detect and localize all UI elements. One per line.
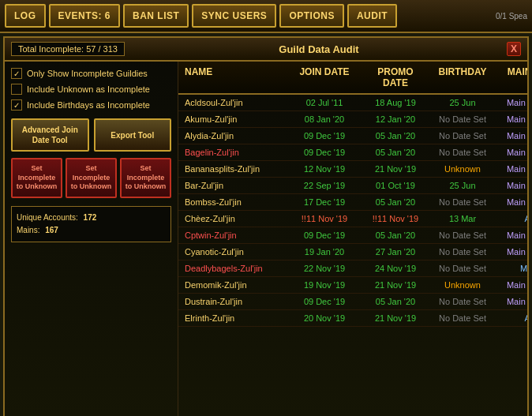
table-row[interactable]: Acldsoul-Zul'jin 02 Jul '11 18 Aug '19 2… — [178, 95, 527, 111]
cell-name: Chèez-Zul'jin — [178, 212, 289, 225]
table-row[interactable]: Bar-Zul'jin 22 Sep '19 01 Oct '19 25 Jun… — [178, 178, 527, 194]
table-row[interactable]: Bombss-Zul'jin 17 Dec '19 05 Jan '20 No … — [178, 194, 527, 211]
cell-join-date: 09 Dec '19 — [289, 146, 360, 159]
cell-birthday: No Date Set — [431, 262, 494, 275]
cell-birthday: No Date Set — [431, 245, 494, 258]
cell-main-alt: Main or Alt? — [494, 113, 527, 126]
cell-birthday: No Date Set — [431, 129, 494, 142]
cell-birthday: No Date Set — [431, 113, 494, 126]
table-area: NAME JOIN DATE PROMO DATE BIRTHDAY MAIN/… — [178, 62, 527, 416]
cell-birthday: No Date Set — [431, 146, 494, 159]
table-header: NAME JOIN DATE PROMO DATE BIRTHDAY MAIN/… — [178, 62, 527, 95]
table-row[interactable]: Alydia-Zul'jin 09 Dec '19 05 Jan '20 No … — [178, 128, 527, 144]
cell-promo-date: 18 Aug '19 — [360, 96, 431, 109]
cell-name: Deadlybagels-Zul'jin — [178, 262, 289, 275]
cell-main-alt: Main — [494, 262, 527, 275]
cell-main-alt: Main or Alt? — [494, 146, 527, 159]
cell-join-date: 20 Nov '19 — [289, 312, 360, 324]
cell-name: Bagelin-Zul'jin — [178, 146, 289, 159]
cell-promo-date: 27 Jan '20 — [360, 245, 431, 258]
events-button[interactable]: EVENTS: 6 — [49, 4, 121, 28]
sync-users-button[interactable]: SYNC USERS — [192, 4, 276, 28]
cell-name: Akumu-Zul'jin — [178, 113, 289, 126]
cell-join-date: 22 Sep '19 — [289, 179, 360, 192]
close-button[interactable]: X — [507, 42, 521, 56]
cell-join-date: 02 Jul '11 — [289, 96, 360, 109]
cell-main-alt: Alt — [494, 212, 527, 225]
table-row[interactable]: Demomik-Zul'jin 19 Nov '19 21 Nov '19 Un… — [178, 277, 527, 294]
mains-label: Mains: 167 — [17, 224, 166, 237]
cell-promo-date: 01 Oct '19 — [360, 179, 431, 192]
cell-birthday: Unknown — [431, 163, 494, 175]
main-panel: Total Incomplete: 57 / 313 Guild Data Au… — [3, 36, 529, 416]
cell-join-date: !!11 Nov '19 — [289, 212, 360, 225]
set-incomplete-2-button[interactable]: Set Incomplete to Unknown — [66, 158, 117, 198]
log-button[interactable]: LOG — [5, 4, 46, 28]
cell-main-alt: Main or Alt? — [494, 279, 527, 291]
cell-join-date: 09 Dec '19 — [289, 129, 360, 142]
table-row[interactable]: Bananasplits-Zul'jin 12 Nov '19 21 Nov '… — [178, 161, 527, 178]
cell-birthday: No Date Set — [431, 196, 494, 208]
table-row[interactable]: Deadlybagels-Zul'jin 22 Nov '19 24 Nov '… — [178, 260, 527, 277]
cell-promo-date: 05 Jan '20 — [360, 229, 431, 242]
cell-name: Cptwin-Zul'jin — [178, 229, 289, 242]
cell-main-alt: Main or Alt? — [494, 179, 527, 192]
table-row[interactable]: Cptwin-Zul'jin 09 Dec '19 05 Jan '20 No … — [178, 227, 527, 244]
options-button[interactable]: OPTIONS — [279, 4, 344, 28]
checkbox-include-birthdays-label: Include Birthdays as Incomplete — [27, 100, 150, 110]
checkbox-include-unknown-box[interactable] — [11, 84, 22, 95]
cell-promo-date: 05 Jan '20 — [360, 129, 431, 142]
top-right-info: 0/1 Spea — [496, 12, 527, 21]
cell-main-alt: Main or Alt? — [494, 96, 527, 109]
cell-join-date: 19 Jan '20 — [289, 245, 360, 258]
export-tool-button[interactable]: Export Tool — [94, 118, 172, 152]
advanced-join-date-tool-button[interactable]: Advanced Join Date Tool — [11, 118, 89, 152]
checkbox-include-unknown-label: Include Unknown as Incomplete — [27, 84, 150, 94]
cell-birthday: No Date Set — [431, 229, 494, 242]
table-row[interactable]: Dustrain-Zul'jin 09 Dec '19 05 Jan '20 N… — [178, 294, 527, 310]
content-area: Only Show Incomplete Guildies Include Un… — [5, 62, 527, 416]
cell-name: Bananasplits-Zul'jin — [178, 163, 289, 175]
cell-join-date: 22 Nov '19 — [289, 262, 360, 275]
total-incomplete: Total Incomplete: 57 / 313 — [11, 42, 125, 56]
cell-birthday: Unknown — [431, 279, 494, 291]
set-incomplete-3-button[interactable]: Set Incomplete to Unknown — [120, 158, 171, 198]
table-row[interactable]: Cyanotic-Zul'jin 19 Jan '20 27 Jan '20 N… — [178, 244, 527, 260]
cell-promo-date: 24 Nov '19 — [360, 262, 431, 275]
top-nav: LOG EVENTS: 6 BAN LIST SYNC USERS OPTION… — [0, 0, 532, 33]
checkbox-only-incomplete-label: Only Show Incomplete Guildies — [27, 69, 148, 78]
cell-birthday: No Date Set — [431, 312, 494, 324]
table-row[interactable]: Bagelin-Zul'jin 09 Dec '19 05 Jan '20 No… — [178, 144, 527, 161]
cell-promo-date: 12 Jan '20 — [360, 113, 431, 126]
cell-promo-date: 05 Jan '20 — [360, 146, 431, 159]
cell-promo-date: 21 Nov '19 — [360, 163, 431, 175]
cell-birthday: No Date Set — [431, 295, 494, 308]
cell-name: Bar-Zul'jin — [178, 179, 289, 192]
ban-list-button[interactable]: BAN LIST — [123, 4, 189, 28]
cell-main-alt: Main or Alt? — [494, 245, 527, 258]
set-incomplete-1-button[interactable]: Set Incomplete to Unknown — [11, 158, 62, 198]
checkbox-include-unknown[interactable]: Include Unknown as Incomplete — [11, 84, 171, 95]
tool-buttons: Advanced Join Date Tool Export Tool — [11, 118, 171, 152]
th-promo-date: PROMO DATE — [360, 65, 431, 90]
cell-name: Cyanotic-Zul'jin — [178, 245, 289, 258]
table-row[interactable]: Akumu-Zul'jin 08 Jan '20 12 Jan '20 No D… — [178, 111, 527, 128]
panel-title: Guild Data Audit — [131, 43, 507, 55]
checkbox-include-birthdays[interactable]: Include Birthdays as Incomplete — [11, 99, 171, 111]
table-row[interactable]: Chèez-Zul'jin !!11 Nov '19 !!11 Nov '19 … — [178, 211, 527, 227]
cell-birthday: 25 Jun — [431, 179, 494, 192]
cell-promo-date: !!11 Nov '19 — [360, 212, 431, 225]
cell-join-date: 09 Dec '19 — [289, 295, 360, 308]
left-controls: Only Show Incomplete Guildies Include Un… — [5, 62, 178, 416]
th-join-date: JOIN DATE — [289, 65, 360, 90]
cell-main-alt: Alt — [494, 312, 527, 324]
cell-name: Alydia-Zul'jin — [178, 129, 289, 142]
checkbox-include-birthdays-box[interactable] — [11, 99, 22, 111]
cell-birthday: 13 Mar — [431, 212, 494, 225]
audit-button[interactable]: AUDIT — [347, 4, 397, 28]
cell-join-date: 08 Jan '20 — [289, 113, 360, 126]
cell-main-alt: Main or Alt? — [494, 196, 527, 208]
table-row[interactable]: Elrinth-Zul'jin 20 Nov '19 21 Nov '19 No… — [178, 310, 527, 327]
checkbox-only-incomplete[interactable]: Only Show Incomplete Guildies — [11, 68, 171, 79]
checkbox-only-incomplete-box[interactable] — [11, 68, 22, 79]
